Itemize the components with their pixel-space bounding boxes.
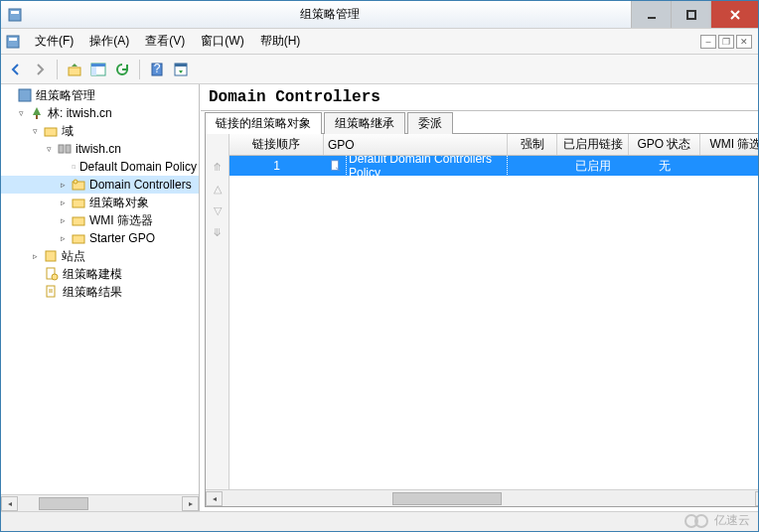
show-hide-tree-button[interactable] bbox=[87, 59, 109, 80]
menu-action[interactable]: 操作(A) bbox=[81, 30, 137, 53]
ou-icon bbox=[71, 177, 86, 193]
up-button[interactable] bbox=[64, 59, 85, 80]
scroll-left-button[interactable]: ◂ bbox=[206, 491, 223, 506]
tree-results[interactable]: 组策略结果 bbox=[1, 283, 199, 301]
tree-label: itwish.cn bbox=[76, 142, 121, 156]
cell-force bbox=[508, 156, 557, 176]
tree-pane: 组策略管理 林: itwish.cn 域 itwish.cn bbox=[1, 84, 200, 511]
grid-body: 1 Default Domain Controllers Policy 已启用 … bbox=[229, 156, 758, 489]
tree-label: Starter GPO bbox=[89, 231, 155, 245]
svg-rect-6 bbox=[69, 67, 80, 75]
svg-rect-5 bbox=[9, 38, 17, 41]
forward-button[interactable] bbox=[29, 59, 51, 80]
close-button[interactable] bbox=[710, 1, 758, 28]
svg-text:?: ? bbox=[154, 62, 161, 75]
tree-label: Default Domain Policy bbox=[79, 160, 197, 174]
title-bar: 组策略管理 bbox=[1, 1, 758, 29]
svg-rect-0 bbox=[9, 9, 21, 21]
navigation-tree[interactable]: 组策略管理 林: itwish.cn 域 itwish.cn bbox=[1, 84, 199, 494]
mdi-close-button[interactable]: ✕ bbox=[736, 35, 752, 49]
tree-label: Domain Controllers bbox=[89, 178, 192, 192]
tree-domain-controllers[interactable]: Domain Controllers bbox=[1, 176, 199, 194]
tab-delegation[interactable]: 委派 bbox=[407, 112, 453, 134]
scroll-left-button[interactable]: ◂ bbox=[1, 496, 18, 511]
mdi-minimize-button[interactable]: – bbox=[700, 35, 716, 49]
col-gpo[interactable]: GPO bbox=[324, 134, 508, 155]
svg-rect-3 bbox=[687, 11, 695, 19]
scroll-right-button[interactable]: ▸ bbox=[755, 491, 758, 506]
action-pane-button[interactable] bbox=[170, 59, 192, 80]
tab-strip: 链接的组策略对象 组策略继承 委派 bbox=[201, 111, 758, 133]
col-status[interactable]: GPO 状态 bbox=[629, 134, 700, 155]
svg-rect-25 bbox=[46, 251, 56, 261]
tree-horizontal-scrollbar[interactable]: ◂ ▸ bbox=[1, 494, 199, 511]
svg-point-21 bbox=[74, 180, 77, 184]
maximize-button[interactable] bbox=[671, 1, 710, 28]
gpo-link-icon bbox=[72, 159, 76, 175]
tree-modeling[interactable]: 组策略建模 bbox=[1, 265, 199, 283]
grid-horizontal-scrollbar[interactable]: ◂ ▸ bbox=[206, 489, 758, 506]
move-up-button[interactable]: △ bbox=[209, 180, 227, 198]
folder-icon bbox=[71, 195, 86, 210]
cell-gpo-label: Default Domain Controllers Policy bbox=[346, 156, 508, 176]
results-icon bbox=[44, 284, 60, 300]
scroll-right-button[interactable]: ▸ bbox=[182, 496, 199, 511]
gpo-grid[interactable]: 链接顺序 GPO 强制 已启用链接 GPO 状态 WMI 筛选 1 bbox=[229, 134, 758, 489]
content-header: Domain Controllers bbox=[201, 84, 758, 111]
col-link-enabled[interactable]: 已启用链接 bbox=[557, 134, 629, 155]
grid-row[interactable]: 1 Default Domain Controllers Policy 已启用 … bbox=[229, 156, 758, 176]
svg-rect-18 bbox=[66, 145, 71, 153]
move-top-button[interactable]: ⤊ bbox=[209, 158, 227, 176]
tree-label: 站点 bbox=[62, 248, 85, 265]
tree-sites[interactable]: 站点 bbox=[1, 247, 199, 265]
svg-rect-22 bbox=[73, 200, 84, 207]
tree-root[interactable]: 组策略管理 bbox=[1, 86, 199, 104]
tree-domain[interactable]: itwish.cn bbox=[1, 140, 199, 158]
toolbar: ? bbox=[1, 55, 758, 84]
gpmc-icon bbox=[17, 87, 33, 103]
help-button[interactable]: ? bbox=[146, 59, 168, 80]
domain-icon bbox=[57, 141, 73, 157]
svg-rect-17 bbox=[59, 145, 64, 153]
tab-page: ⤊ △ ▽ ⤋ 链接顺序 GPO 强制 已启用链接 GPO 状态 WMI 筛选 bbox=[205, 133, 758, 507]
tree-starter-gpo[interactable]: Starter GPO bbox=[1, 229, 199, 247]
tree-gpo-objects[interactable]: 组策略对象 bbox=[1, 194, 199, 211]
refresh-button[interactable] bbox=[111, 59, 133, 80]
domains-icon bbox=[43, 123, 59, 139]
tab-linked-gpo[interactable]: 链接的组策略对象 bbox=[205, 112, 322, 134]
move-bottom-button[interactable]: ⤋ bbox=[209, 223, 227, 241]
back-button[interactable] bbox=[5, 59, 27, 80]
col-wmi[interactable]: WMI 筛选 bbox=[700, 134, 758, 155]
cell-link: 已启用 bbox=[557, 156, 629, 176]
tab-inheritance[interactable]: 组策略继承 bbox=[324, 112, 405, 134]
menu-bar: 文件(F) 操作(A) 查看(V) 窗口(W) 帮助(H) – ❐ ✕ bbox=[1, 29, 758, 55]
minimize-button[interactable] bbox=[631, 1, 671, 28]
svg-rect-24 bbox=[73, 235, 84, 243]
move-down-button[interactable]: ▽ bbox=[209, 201, 227, 219]
tree-domains[interactable]: 域 bbox=[1, 122, 199, 140]
menu-help[interactable]: 帮助(H) bbox=[252, 30, 309, 53]
menu-window[interactable]: 窗口(W) bbox=[193, 30, 251, 53]
svg-rect-9 bbox=[91, 66, 96, 75]
window-title: 组策略管理 bbox=[29, 6, 631, 23]
tree-forest[interactable]: 林: itwish.cn bbox=[1, 104, 199, 122]
tree-label: WMI 筛选器 bbox=[89, 212, 153, 229]
scroll-thumb[interactable] bbox=[39, 497, 88, 510]
mdi-restore-button[interactable]: ❐ bbox=[718, 35, 734, 49]
tree-wmi-filters[interactable]: WMI 筛选器 bbox=[1, 211, 199, 229]
col-force[interactable]: 强制 bbox=[508, 134, 557, 155]
scroll-thumb[interactable] bbox=[392, 492, 502, 505]
tree-default-domain-policy[interactable]: Default Domain Policy bbox=[1, 158, 199, 176]
tree-label: 组策略建模 bbox=[63, 266, 122, 283]
watermark: 亿速云 bbox=[683, 511, 750, 529]
menu-view[interactable]: 查看(V) bbox=[137, 30, 193, 53]
folder-icon bbox=[71, 230, 86, 246]
forest-icon bbox=[29, 105, 45, 121]
gpo-link-icon bbox=[329, 158, 343, 174]
grid-header: 链接顺序 GPO 强制 已启用链接 GPO 状态 WMI 筛选 bbox=[229, 134, 758, 156]
watermark-text: 亿速云 bbox=[714, 512, 750, 529]
menu-file[interactable]: 文件(F) bbox=[27, 30, 81, 53]
svg-point-27 bbox=[52, 274, 58, 280]
svg-rect-4 bbox=[7, 36, 19, 48]
col-order[interactable]: 链接顺序 bbox=[229, 134, 324, 155]
